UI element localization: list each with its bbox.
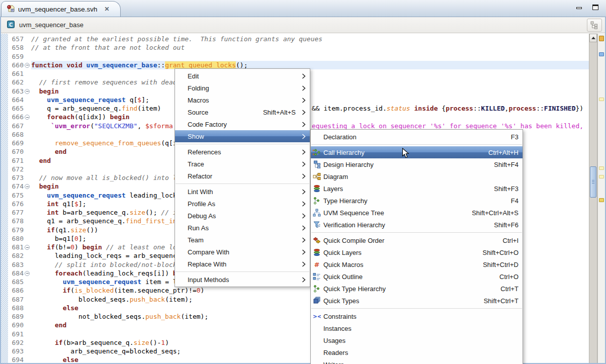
- line-number: 670: [8, 147, 24, 156]
- menu-item-quick-types[interactable]: Quick TypesShift+Ctrl+T: [311, 295, 523, 307]
- menu-separator: [176, 184, 309, 184]
- overview-ruler[interactable]: [597, 34, 605, 363]
- submenu-arrow-icon: [299, 261, 306, 267]
- menu-item-code-factory[interactable]: Code Factory: [175, 118, 310, 130]
- fold-column: [24, 355, 31, 363]
- diagram-icon: [313, 172, 323, 180]
- fold-collapse-icon[interactable]: [24, 243, 31, 251]
- menu-item-team[interactable]: Team: [175, 234, 310, 246]
- menu-item-label: Lint With: [188, 188, 213, 196]
- tab-close-icon[interactable]: ✕: [105, 6, 110, 13]
- overview-marker[interactable]: [599, 36, 604, 41]
- menu-item-quick-layers[interactable]: Quick LayersShift+Ctrl+O: [311, 246, 523, 258]
- menu-item-writers[interactable]: Writers: [311, 358, 523, 364]
- menu-item-refactor[interactable]: Refactor: [175, 170, 310, 182]
- menu-item-diagram[interactable]: Diagram: [311, 170, 523, 183]
- menu-accelerator: Shift+Ctrl+D: [472, 261, 518, 268]
- line-number: 694: [8, 355, 24, 363]
- menu-item-label: Edit: [188, 72, 199, 80]
- menu-item-label: Writers: [323, 361, 344, 364]
- menu-item-layers[interactable]: LayersShift+F3: [311, 183, 523, 195]
- overview-marker[interactable]: [599, 52, 604, 56]
- submenu-arrow-icon: [299, 173, 306, 179]
- line-number: 658: [8, 43, 24, 52]
- menu-accelerator: Ctrl+O: [488, 273, 518, 281]
- menu-item-quick-outline[interactable]: Quick OutlineCtrl+O: [311, 270, 523, 283]
- layers-icon: [313, 248, 323, 256]
- menu-icon-placeholder: [177, 84, 188, 92]
- fold-collapse-icon[interactable]: [24, 113, 31, 121]
- breadcrumb[interactable]: C uvm_sequencer_base: [1, 17, 605, 33]
- menu-item-design-hierarchy[interactable]: Design HierarchyShift+F4: [311, 158, 523, 170]
- fold-collapse-icon[interactable]: [24, 87, 31, 96]
- menu-item-compare-with[interactable]: Compare With: [175, 246, 310, 258]
- menu-item-edit[interactable]: Edit: [175, 70, 310, 82]
- vertical-scrollbar[interactable]: [589, 34, 597, 363]
- menu-item-replace-with[interactable]: Replace With: [175, 258, 310, 270]
- menu-item-macros[interactable]: Macros: [175, 94, 310, 106]
- layers-icon: [313, 185, 323, 193]
- menu-item-label: Instances: [323, 325, 352, 332]
- fold-collapse-icon[interactable]: [24, 182, 31, 191]
- code-line-658[interactable]: 658// at the front that are not locked o…: [1, 43, 605, 52]
- menu-item-type-hierarchy[interactable]: Type HierarchyF4: [311, 195, 523, 207]
- menu-item-trace[interactable]: Trace: [175, 158, 310, 170]
- fold-column: [24, 35, 31, 43]
- overview-marker[interactable]: [599, 198, 604, 202]
- svg-text:#: #: [314, 261, 320, 268]
- menu-item-quick-macros[interactable]: #Quick MacrosShift+Ctrl+D: [311, 258, 523, 270]
- code-line-659[interactable]: 659: [1, 52, 605, 61]
- overview-marker[interactable]: [599, 166, 604, 170]
- menu-item-quick-compile-order[interactable]: Quick Compile OrderCtrl+I: [311, 234, 523, 246]
- overview-marker[interactable]: [599, 175, 604, 178]
- menu-item-usages[interactable]: Usages: [311, 334, 523, 346]
- menu-item-references[interactable]: References: [175, 146, 310, 158]
- menu-item-source[interactable]: SourceShift+Alt+S: [175, 106, 310, 118]
- breadcrumb-toolbar-button[interactable]: [587, 19, 602, 32]
- menu-item-run-as[interactable]: Run As: [175, 222, 310, 234]
- fold-column: [24, 295, 31, 304]
- menu-accelerator: F4: [500, 197, 518, 205]
- menu-icon-placeholder: [313, 348, 323, 356]
- fold-column: [24, 321, 31, 329]
- submenu-arrow-icon: [299, 213, 306, 219]
- code-line-657[interactable]: 657// granted at the earliest possible t…: [1, 35, 605, 43]
- line-number: 677: [8, 208, 24, 217]
- menu-item-folding[interactable]: Folding: [175, 82, 310, 94]
- menu-item-label: Refactor: [188, 172, 212, 180]
- scrollbar-thumb[interactable]: [590, 166, 596, 198]
- maximize-view-button[interactable]: [592, 4, 599, 11]
- menu-item-label: Replace With: [188, 260, 226, 268]
- fold-column: [24, 69, 31, 78]
- menu-accelerator: Shift+Alt+S: [252, 109, 296, 116]
- menu-item-constraints[interactable]: ><Constraints: [311, 310, 523, 322]
- menu-item-call-hierarchy[interactable]: Call HierarchyCtrl+Alt+H: [311, 146, 523, 158]
- menu-item-lint-with[interactable]: Lint With: [175, 186, 310, 198]
- menu-item-profile-as[interactable]: Profile As: [175, 198, 310, 210]
- menu-item-debug-as[interactable]: Debug As: [175, 210, 310, 222]
- menu-item-readers[interactable]: Readers: [311, 346, 523, 358]
- menu-item-instances[interactable]: Instances: [311, 322, 523, 334]
- minimize-view-button[interactable]: [576, 5, 583, 11]
- menu-item-show[interactable]: Show: [175, 130, 310, 142]
- code-text: [31, 52, 605, 61]
- fold-column: [24, 43, 31, 52]
- menu-item-input-methods[interactable]: Input Methods: [175, 274, 310, 286]
- verification-hierarchy-icon: [313, 221, 323, 229]
- menu-item-label: Readers: [323, 349, 348, 356]
- menu-separator: [311, 308, 522, 309]
- overview-marker[interactable]: [599, 98, 604, 101]
- editor-tab[interactable]: uvm_sequencer_base.svh ✕: [1, 1, 121, 17]
- menu-icon-placeholder: [177, 120, 188, 128]
- menu-item-quick-type-hierarchy[interactable]: Quick Type HierarchyCtrl+T: [311, 283, 523, 295]
- menu-item-uvm-sequence-tree[interactable]: UVM Sequence TreeShift+Ctrl+Alt+S: [311, 207, 523, 219]
- menu-icon-placeholder: [177, 224, 188, 232]
- menu-item-declaration[interactable]: DeclarationF3: [311, 131, 523, 143]
- fold-collapse-icon[interactable]: [24, 61, 31, 69]
- svg-text:><: ><: [313, 313, 321, 319]
- menu-item-verification-hierarchy[interactable]: Verification HierarchyShift+F6: [311, 219, 523, 231]
- fold-collapse-icon[interactable]: [24, 269, 31, 278]
- scroll-up-button[interactable]: [589, 34, 597, 42]
- code-text: function void uvm_sequencer_base::grant_…: [31, 61, 605, 69]
- submenu-arrow-icon: [299, 161, 306, 167]
